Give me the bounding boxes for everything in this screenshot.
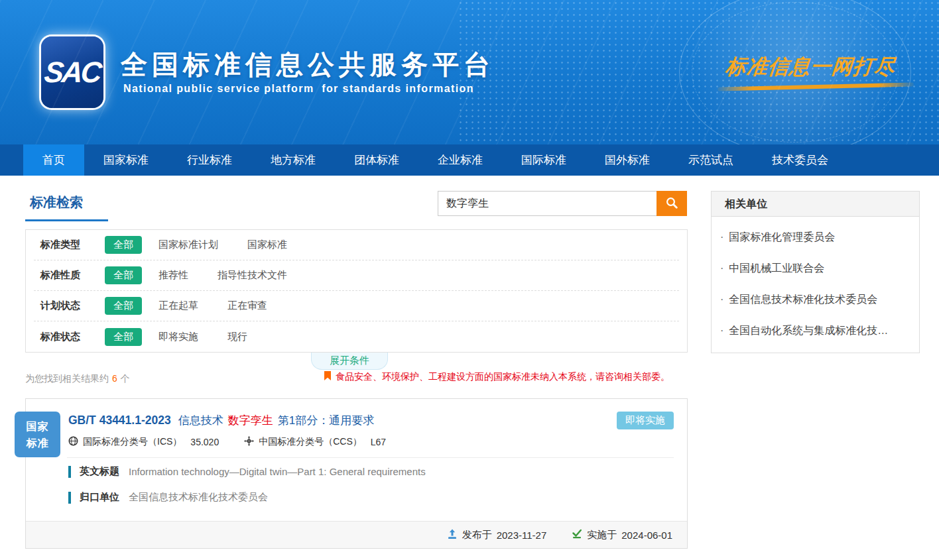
site-subtitle: National public service platform for sta… (123, 83, 474, 95)
nav-item-pilot[interactable]: 示范试点 (669, 144, 753, 176)
title-underline-decoration (25, 219, 108, 221)
search-icon (665, 196, 678, 211)
publish-label: 发布于 (462, 529, 492, 541)
results-count: 6 (112, 373, 117, 384)
filter-option[interactable]: 正在起草 (158, 300, 198, 312)
results-notice: 食品安全、环境保护、工程建设方面的国家标准未纳入本系统，请咨询相关部委。 (324, 371, 670, 383)
filter-label: 标准状态 (40, 331, 105, 343)
publish-date-item: 发布于 2023-11-27 (447, 529, 547, 541)
world-map-decoration (458, 0, 939, 144)
page-title: 标准检索 (30, 194, 83, 211)
ics-value: 35.020 (190, 437, 219, 447)
bullet: · (720, 262, 723, 274)
card-meta-row: 国际标准分类号（ICS） 35.020 中国标准分类号（CCS） (68, 436, 386, 448)
standard-title-rest: 第1部分：通用要求 (278, 414, 374, 427)
detail-bar-decoration (68, 492, 71, 504)
nav-item-technical-committee[interactable]: 技术委员会 (753, 144, 847, 176)
page: SAC 全国标准信息公共服务平台 National public service… (0, 0, 939, 560)
detail-label: 英文标题 (80, 465, 119, 478)
filter-option[interactable]: 国家标准 (247, 239, 287, 251)
filter-option[interactable]: 现行 (227, 331, 247, 343)
ccs-value: L67 (371, 437, 386, 447)
related-units-panel: 相关单位 ·国家标准化管理委员会 ·中国机械工业联合会 ·全国信息技术标准化技术… (711, 191, 920, 353)
detail-bar-decoration (68, 466, 71, 478)
nav-item-home[interactable]: 首页 (23, 144, 84, 176)
filter-all-button[interactable]: 全部 (105, 297, 142, 315)
implement-date-item: 实施于 2024-06-01 (572, 529, 672, 541)
badge-line: 标准 (15, 435, 60, 451)
standard-type-badge: 国家 标准 (15, 412, 60, 457)
related-unit-link[interactable]: ·国家标准化管理委员会 (712, 221, 919, 252)
globe-icon (68, 436, 78, 448)
filter-panel: 标准类型 全部 国家标准计划 国家标准 标准性质 全部 推荐性 指导性技术文件 … (25, 229, 688, 353)
bullet: · (720, 325, 723, 336)
ccs-label: 中国标准分类号（CCS） (259, 436, 362, 448)
ccs-meta: 中国标准分类号（CCS） L67 (244, 436, 386, 448)
nav-item-industry-standards[interactable]: 行业标准 (168, 144, 251, 176)
expand-conditions-button[interactable]: 展开条件 (311, 353, 388, 370)
related-unit-label: 全国自动化系统与集成标准化技… (729, 325, 888, 336)
badge-line: 国家 (15, 418, 60, 435)
site-title: 全国标准信息公共服务平台 (121, 46, 495, 83)
card-footer: 发布于 2023-11-27 实施于 2024-06-01 (26, 521, 687, 548)
nav-item-local-standards[interactable]: 地方标准 (251, 144, 335, 176)
filter-all-button[interactable]: 全部 (105, 328, 142, 346)
bullet: · (720, 231, 723, 243)
filter-option[interactable]: 正在审查 (227, 300, 267, 312)
nav-item-group-standards[interactable]: 团体标准 (335, 144, 418, 176)
standard-number: GB/T 43441.1-2023 (68, 414, 171, 427)
related-unit-link[interactable]: ·中国机械工业联合会 (712, 252, 919, 284)
nav-item-international-standards[interactable]: 国际标准 (502, 144, 586, 176)
detail-value: Information technology—Digital twin—Part… (129, 466, 426, 477)
nav-item-enterprise-standards[interactable]: 企业标准 (418, 144, 502, 176)
nav-item-foreign-standards[interactable]: 国外标准 (586, 144, 669, 176)
results-summary-suffix: 个 (121, 373, 130, 384)
slogan-underline-decoration (718, 82, 914, 91)
results-summary: 为您找到相关结果约6个 (25, 373, 130, 385)
filter-row-standard-status: 标准状态 全部 即将实施 现行 (34, 321, 679, 352)
detail-row-english-title: 英文标题 Information technology—Digital twin… (68, 465, 426, 478)
related-unit-label: 中国机械工业联合会 (729, 262, 824, 274)
compass-icon (244, 436, 254, 448)
filter-row-plan-status: 计划状态 全部 正在起草 正在审查 (34, 291, 679, 321)
filter-label: 计划状态 (40, 300, 105, 312)
related-unit-label: 国家标准化管理委员会 (729, 231, 835, 243)
detail-value: 全国信息技术标准化技术委员会 (129, 491, 268, 504)
filter-option[interactable]: 即将实施 (158, 331, 198, 343)
standard-title-text: 信息技术 (178, 414, 223, 427)
detail-label: 归口单位 (80, 491, 119, 504)
filter-option[interactable]: 指导性技术文件 (218, 269, 287, 282)
card-divider (67, 457, 674, 458)
filter-option[interactable]: 推荐性 (158, 269, 188, 282)
search-input[interactable] (438, 191, 657, 216)
related-unit-link[interactable]: ·全国自动化系统与集成标准化技… (712, 315, 919, 346)
site-header: SAC 全国标准信息公共服务平台 National public service… (0, 0, 939, 144)
standard-title-link[interactable]: GB/T 43441.1-2023信息技术数字孪生第1部分：通用要求 (68, 413, 374, 428)
ics-meta: 国际标准分类号（ICS） 35.020 (68, 436, 219, 448)
filter-all-button[interactable]: 全部 (105, 266, 142, 284)
related-unit-link[interactable]: ·全国信息技术标准化技术委员会 (712, 284, 919, 315)
filter-label: 标准类型 (40, 239, 105, 251)
filter-option[interactable]: 国家标准计划 (158, 239, 218, 251)
implement-date: 2024-06-01 (621, 530, 672, 541)
filter-label: 标准性质 (40, 269, 105, 282)
check-icon (572, 529, 582, 541)
header-slogan: 标准信息一网打尽 (724, 53, 926, 81)
related-units-title: 相关单位 (712, 192, 919, 217)
notice-text: 食品安全、环境保护、工程建设方面的国家标准未纳入本系统，请咨询相关部委。 (336, 371, 670, 383)
bullet: · (720, 294, 723, 305)
sac-logo[interactable]: SAC (41, 36, 103, 108)
search-button[interactable] (657, 191, 687, 216)
filter-row-standard-type: 标准类型 全部 国家标准计划 国家标准 (34, 230, 679, 260)
standard-title-highlight: 数字孪生 (228, 414, 273, 427)
result-card: 国家 标准 GB/T 43441.1-2023信息技术数字孪生第1部分：通用要求… (25, 398, 688, 549)
nav-item-national-standards[interactable]: 国家标准 (84, 144, 168, 176)
publish-date: 2023-11-27 (497, 530, 547, 541)
filter-row-standard-nature: 标准性质 全部 推荐性 指导性技术文件 (34, 260, 679, 291)
bookmark-icon (324, 371, 332, 383)
detail-row-committee: 归口单位 全国信息技术标准化技术委员会 (68, 491, 268, 504)
globe-decoration (679, 0, 911, 144)
filter-all-button[interactable]: 全部 (105, 236, 142, 254)
sac-logo-text: SAC (42, 56, 101, 89)
implement-label: 实施于 (587, 529, 617, 541)
